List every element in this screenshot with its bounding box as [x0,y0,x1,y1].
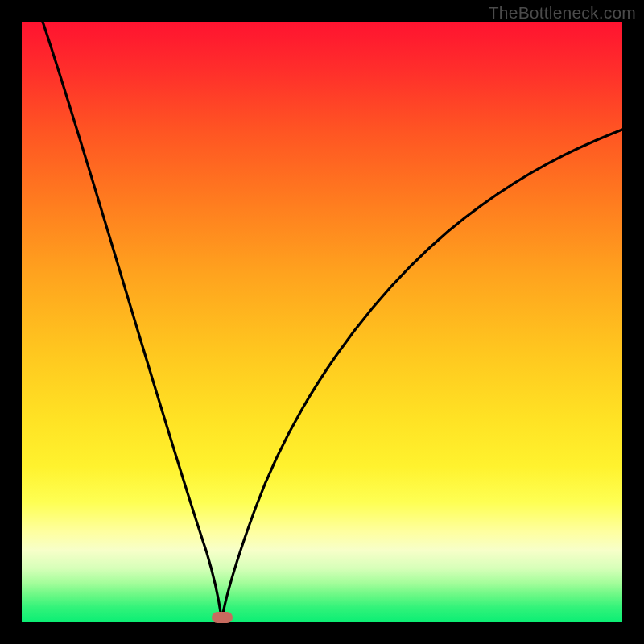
plot-area [22,22,622,622]
watermark-text: TheBottleneck.com [489,3,636,23]
optimum-marker [212,612,233,623]
bottleneck-curve [43,22,622,621]
chart-frame: TheBottleneck.com [0,0,644,644]
curve-layer [22,22,622,622]
